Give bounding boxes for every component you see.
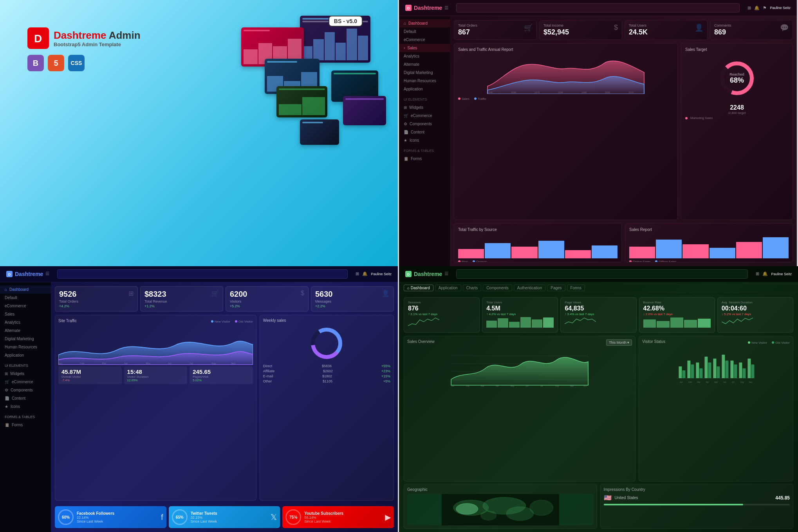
sidebar-item-ecom2[interactable]: 🛒 eCommerce — [399, 112, 450, 120]
visitor-status-card: Visitor Status New Visitor Old Visitor — [639, 336, 793, 482]
other-value: $1105 — [323, 379, 332, 383]
sidebar-item-dashboard[interactable]: ⌂ Dashboard — [399, 19, 450, 27]
area-chart: 1940 1960 1970 1980 1990 2000 2010 — [458, 55, 673, 94]
blue-charts-area: Site Traffic New Visitor Old Visitor — [55, 315, 394, 501]
breadcrumb-pages[interactable]: Pages — [547, 285, 565, 291]
breadcrumb-forms[interactable]: Forms — [567, 285, 585, 291]
yt-stat: 58.14% — [304, 516, 382, 519]
svg-text:D: D — [8, 272, 11, 276]
svg-rect-47 — [691, 364, 694, 378]
sidebar-item-ecommerce[interactable]: eCommerce — [399, 36, 450, 44]
country-progress-bar — [604, 504, 744, 505]
brand-area: D Dashtreme Admin Bootstrap5 Admin Templ… — [27, 27, 141, 49]
sessions-sparkline — [408, 316, 439, 328]
blue-logo: D Dashtreme ☰ — [6, 271, 49, 277]
dark-bottom-charts: Total Traffic by Source Bing — [454, 223, 793, 262]
dark-stats-row: Total Orders 867 🛒 Total Income $52,945 … — [454, 20, 793, 40]
marketing-legend: Marketing Sales — [690, 116, 713, 120]
stat-comments: Comments 869 💬 — [710, 20, 793, 40]
user-stat-icon: 👤 — [382, 290, 390, 297]
svg-text:Jul: Jul — [732, 381, 734, 383]
blue-sidebar-ecom2[interactable]: 🛒 eCommerce — [0, 378, 51, 386]
sidebar-item-application[interactable]: Application — [399, 85, 450, 93]
green-header-icons: ⊞ 🔔 Pauline Seitz — [756, 271, 792, 276]
blue-sidebar-alternate[interactable]: Alternate — [0, 326, 51, 335]
svg-point-76 — [481, 511, 496, 520]
svg-text:Jun: Jun — [168, 362, 172, 364]
blue-sidebar-digital[interactable]: Digital Marketing — [0, 335, 51, 343]
blue-search[interactable] — [57, 269, 348, 279]
sales-legend: Online Sales Offline Sales — [629, 260, 789, 262]
sidebar-item-sales[interactable]: › Sales — [399, 44, 450, 52]
blue-sidebar-widgets[interactable]: ⊞ Widgets — [0, 370, 51, 378]
sidebar-item-alternate[interactable]: Alternate — [399, 60, 450, 69]
green-search[interactable] — [456, 269, 748, 279]
sales-overview-header: Sales Overview This Month ▾ — [407, 339, 632, 346]
sales-overview-card: Sales Overview This Month ▾ — [404, 336, 636, 482]
blue-sidebar-default[interactable]: Default — [0, 294, 51, 302]
breadcrumb-charts[interactable]: Charts — [463, 285, 481, 291]
tw-info: Twitter Tweets 32.15% Since Last Week — [191, 511, 268, 523]
bootstrap-icon: B — [27, 55, 44, 71]
sidebar-item-content[interactable]: 📄 Content — [399, 128, 450, 136]
bounce-label: Bounce Rate — [643, 301, 711, 304]
sidebar-item-components[interactable]: ⚙ Components — [399, 120, 450, 128]
blue-sidebar-analytics[interactable]: Analytics — [0, 318, 51, 326]
svg-text:Mar: Mar — [102, 362, 107, 364]
svg-rect-49 — [700, 368, 703, 378]
world-map — [407, 494, 594, 525]
sidebar-item-hr[interactable]: Human Resources — [399, 77, 450, 85]
blue-sidebar-icons[interactable]: ★ Icons — [0, 402, 51, 411]
dark-search[interactable] — [456, 3, 740, 13]
affiliate-label: Affiliate — [263, 369, 274, 373]
blue-sidebar-app[interactable]: Application — [0, 351, 51, 359]
tw-progress: 65% — [172, 509, 188, 525]
facebook-card: 60% Facebook Followers 22.14% Since Last… — [55, 506, 166, 528]
breadcrumb-components[interactable]: Components — [483, 285, 512, 291]
sidebar-item-widgets[interactable]: ⊞ Widgets — [399, 103, 450, 112]
sidebar-item-analytics[interactable]: Analytics — [399, 52, 450, 60]
blue-sidebar-forms[interactable]: 📋 Forms — [0, 421, 51, 429]
social-cards-row: 60% Facebook Followers 22.14% Since Last… — [55, 506, 394, 528]
cell-blue-dashboard: D Dashtreme ☰ ⊞ 🔔 Pauline Seitz ⌂ Dashbo… — [0, 266, 399, 532]
blue-stat-revenue: $8323 Total Revenue +1.2% 🛒 — [140, 286, 223, 312]
blue-sidebar-content[interactable]: 📄 Content — [0, 394, 51, 402]
sidebar-item-default[interactable]: Default — [399, 27, 450, 36]
blue-sidebar-components[interactable]: ⚙ Components — [0, 386, 51, 394]
dark-sidebar: ⌂ Dashboard Default eCommerce › Sales An… — [399, 16, 450, 266]
sidebar-item-icons[interactable]: ★ Icons — [399, 136, 450, 144]
svg-text:Feb: Feb — [466, 385, 469, 387]
blue-sidebar-hr[interactable]: Human Resources — [0, 343, 51, 351]
duration-change: ↓ 5.2% vs last 7 days — [722, 312, 789, 316]
breadcrumb-dashboard[interactable]: ⌂ Dashboard — [404, 285, 433, 291]
blue-sidebar-dashboard[interactable]: ⌂ Dashboard — [0, 285, 51, 294]
blue-sidebar: ⌂ Dashboard Default eCommerce Sales Anal… — [0, 282, 51, 532]
blue-logo-icon: D — [6, 271, 13, 277]
sidebar-item-digital[interactable]: Digital Marketing — [399, 69, 450, 77]
brand-subtitle: Bootstrap5 Admin Template — [54, 41, 141, 47]
sidebar-item-forms[interactable]: 📋 Forms — [399, 155, 450, 163]
stat-income: Total Income $52,945 $ — [539, 20, 622, 40]
blue-sidebar-ecom[interactable]: eCommerce — [0, 302, 51, 310]
stat-income-label: Total Income — [543, 23, 569, 27]
green-stat-bounce: Bounce Rate 42.68% ↓ 2.0% vs last 7 days — [639, 297, 715, 333]
svg-text:May: May — [146, 362, 151, 364]
sales-traffic-chart: Sales and Traffic Annual Report — [454, 43, 678, 220]
svg-rect-54 — [722, 355, 725, 378]
this-month-button[interactable]: This Month ▾ — [606, 339, 632, 346]
blue-messages-label: Messages — [315, 299, 333, 303]
svg-text:Feb: Feb — [689, 381, 692, 383]
stat-comments-label: Comments — [714, 23, 731, 27]
donut-center: Reached 68% — [729, 72, 744, 85]
section-ui: UI ELEMENTS — [399, 96, 450, 103]
duration-value: 00:04:60 — [722, 305, 789, 312]
home-icon-blue: ⌂ — [5, 287, 7, 292]
sales-report-chart: Sales Report Online Sales — [625, 223, 793, 262]
blue-sidebar-sales[interactable]: Sales — [0, 310, 51, 318]
breadcrumb-auth[interactable]: Authentication — [514, 285, 545, 291]
email-value: $1802 — [322, 374, 332, 378]
breadcrumb-application[interactable]: Application — [435, 285, 461, 291]
svg-rect-57 — [734, 364, 737, 378]
other-label: Other — [263, 379, 272, 383]
svg-text:1970: 1970 — [534, 91, 540, 94]
